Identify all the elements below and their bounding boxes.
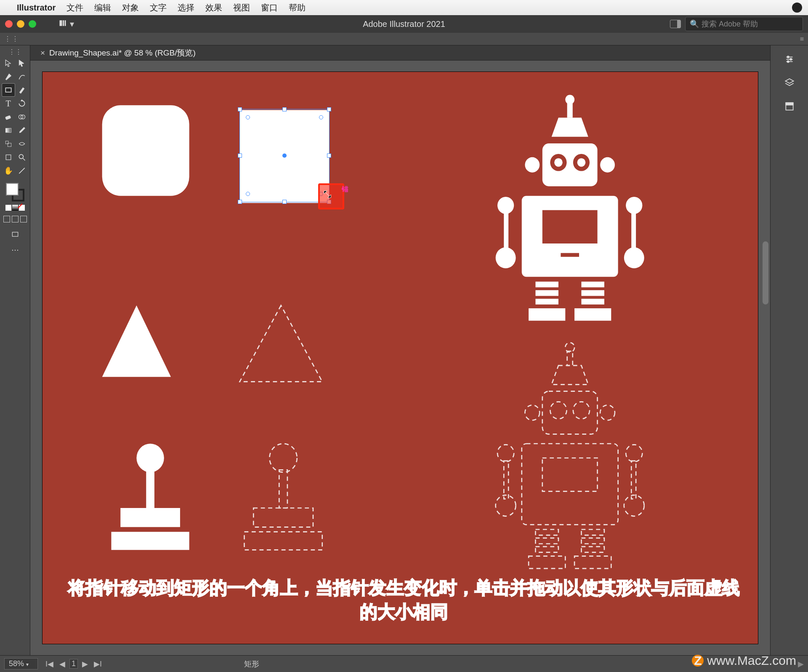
paintbrush-tool[interactable] (16, 84, 28, 96)
color-mode-solid[interactable] (5, 205, 11, 211)
svg-rect-1 (63, 20, 64, 26)
artboard-prev-button[interactable]: ◀ (58, 659, 67, 669)
eyedropper-tool[interactable] (16, 124, 28, 137)
slice-tool[interactable] (16, 164, 28, 177)
artboard-tool[interactable] (2, 151, 15, 164)
svg-point-46 (600, 405, 615, 420)
cursor-hint-label: 锚 (342, 185, 348, 194)
svg-point-44 (573, 402, 590, 419)
window-minimize-button[interactable] (17, 20, 24, 28)
width-tool[interactable] (16, 138, 28, 150)
svg-point-43 (550, 402, 566, 419)
svg-rect-65 (120, 508, 180, 527)
macos-menubar: Illustrator 文件 编辑 对象 文字 选择 效果 视图 窗口 帮助 (0, 0, 808, 15)
draw-behind-icon[interactable] (12, 216, 19, 222)
canvas-scrollbar-vertical[interactable] (763, 241, 768, 304)
libraries-icon[interactable] (783, 100, 796, 113)
hand-tool[interactable]: ✋ (2, 164, 15, 177)
draw-normal-icon[interactable] (3, 216, 10, 222)
hscroll-right-icon[interactable]: ▶ (798, 659, 804, 669)
menu-object[interactable]: 对象 (122, 2, 139, 13)
menu-window[interactable]: 窗口 (261, 2, 278, 13)
shape-joystick[interactable] (111, 444, 189, 550)
control-bar-grip-icon[interactable]: ⋮⋮ (4, 35, 19, 43)
shape-builder-tool[interactable] (16, 111, 28, 123)
svg-rect-48 (542, 458, 598, 491)
home-button[interactable] (42, 18, 49, 31)
artboard[interactable]: 锚 (42, 71, 758, 644)
menu-view[interactable]: 视图 (233, 2, 250, 13)
shape-robot-outline[interactable] (496, 343, 644, 569)
draw-modes (3, 216, 27, 222)
draw-inside-icon[interactable] (20, 216, 27, 222)
shape-triangle-outline[interactable] (240, 305, 322, 381)
workspace-panel-toggle-icon[interactable] (670, 20, 681, 28)
scale-tool[interactable] (2, 138, 15, 150)
menu-edit[interactable]: 编辑 (94, 2, 111, 13)
zoom-tool[interactable] (16, 151, 28, 164)
svg-rect-35 (581, 282, 604, 288)
menu-effect[interactable]: 效果 (205, 2, 222, 13)
menu-select[interactable]: 选择 (178, 2, 194, 13)
properties-icon[interactable] (783, 53, 796, 66)
svg-rect-61 (529, 556, 565, 568)
control-bar-menu-icon[interactable]: ≡ (800, 35, 804, 43)
system-tray-icon[interactable] (792, 3, 802, 13)
app-menu[interactable]: Illustrator (17, 3, 56, 13)
menu-file[interactable]: 文件 (66, 2, 83, 13)
gradient-tool[interactable] (2, 124, 15, 137)
menu-help[interactable]: 帮助 (289, 2, 306, 13)
fill-stroke-swatches[interactable] (6, 183, 24, 201)
shape-triangle[interactable] (102, 305, 171, 377)
curvature-tool[interactable] (16, 70, 28, 83)
artboard-next-button[interactable]: ▶ (80, 659, 90, 669)
chevron-down-icon[interactable]: ▾ (26, 661, 29, 667)
type-tool[interactable]: T (2, 97, 15, 110)
help-search-input[interactable]: 🔍 搜索 Adobe 帮助 (685, 17, 803, 31)
screen-mode-button[interactable] (8, 228, 22, 242)
svg-rect-47 (522, 444, 618, 525)
pen-tool[interactable] (2, 70, 15, 83)
svg-rect-24 (542, 210, 598, 243)
selection-type-label: 矩形 (244, 659, 259, 669)
svg-rect-53 (631, 461, 636, 499)
svg-rect-58 (581, 529, 604, 535)
svg-rect-27 (504, 213, 508, 251)
svg-rect-78 (786, 103, 793, 105)
svg-point-74 (787, 56, 789, 58)
menu-type[interactable]: 文字 (150, 2, 167, 13)
svg-rect-7 (5, 128, 11, 132)
window-close-button[interactable] (5, 20, 13, 28)
color-mode-gradient[interactable] (12, 205, 18, 211)
tools-grip-icon[interactable]: ⋮⋮ (8, 48, 22, 56)
rotate-tool[interactable] (16, 97, 28, 110)
zoom-level-field[interactable]: 58% ▾ (4, 658, 38, 669)
selection-tool[interactable] (2, 57, 15, 69)
shape-robot[interactable] (496, 95, 644, 320)
artboard-first-button[interactable]: I◀ (44, 659, 55, 669)
arrange-documents-button[interactable]: ▾ (55, 17, 77, 31)
svg-point-11 (19, 154, 23, 159)
tab-close-icon[interactable]: × (40, 48, 45, 58)
svg-rect-2 (65, 20, 66, 26)
artboard-last-button[interactable]: ▶I (92, 659, 104, 669)
right-panel-dock (770, 45, 808, 655)
fill-color-swatch[interactable] (6, 183, 19, 196)
artboard-index-field[interactable]: 1 (69, 659, 78, 669)
shape-rounded-square[interactable] (102, 105, 189, 196)
document-tab[interactable]: × Drawing_Shapes.ai* @ 58 % (RGB/预览) (35, 48, 202, 58)
shape-joystick-outline[interactable] (244, 444, 322, 550)
svg-rect-55 (535, 529, 558, 535)
window-zoom-button[interactable] (29, 20, 36, 28)
svg-rect-60 (581, 547, 604, 553)
layers-icon[interactable] (783, 77, 796, 89)
selection-bounding-box[interactable] (239, 109, 330, 202)
rectangle-tool[interactable] (2, 84, 15, 96)
direct-selection-tool[interactable] (16, 57, 28, 69)
eraser-tool[interactable] (2, 111, 15, 123)
document-tabs: × Drawing_Shapes.ai* @ 58 % (RGB/预览) (30, 45, 770, 61)
edit-toolbar-button[interactable]: ⋯ (8, 243, 22, 257)
svg-point-76 (787, 61, 789, 62)
color-mode-none[interactable] (19, 205, 25, 211)
canvas-area[interactable]: 锚 (30, 61, 770, 655)
